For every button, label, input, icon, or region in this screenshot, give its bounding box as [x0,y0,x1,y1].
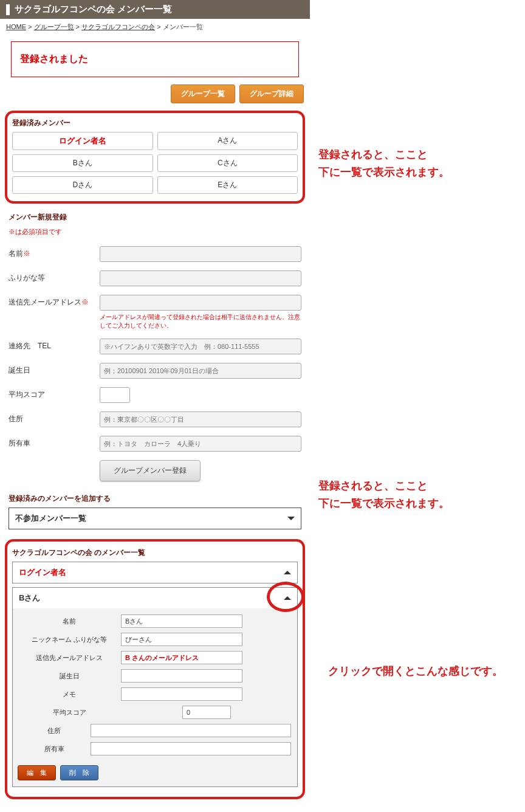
accordion-head-login[interactable]: ログイン者名 [13,562,297,583]
tel-label: 連絡先 TEL [9,339,100,351]
registered-members-panel: 登録済みメンバー ログイン者名 Aさん Bさん Cさん Dさん Eさん [5,111,305,204]
member-cell-login[interactable]: ログイン者名 [12,132,153,150]
car-label: 所有車 [9,436,100,449]
detail-address-input[interactable] [91,724,291,737]
required-note: ※は必須項目です [9,227,301,236]
group-list-button[interactable]: グループ一覧 [171,84,235,103]
kana-input[interactable] [100,270,301,286]
breadcrumb-groups[interactable]: グループ一覧 [34,23,74,30]
breadcrumb-group[interactable]: サクラゴルフコンペの会 [81,23,155,30]
detail-car-label: 所有車 [18,745,91,754]
breadcrumb-home[interactable]: HOME [6,23,26,30]
member-grid: ログイン者名 Aさん Bさん Cさん Dさん Eさん [12,132,298,194]
register-member-button[interactable]: グループメンバー登録 [100,460,201,481]
nonparticipant-dropdown[interactable]: 不参加メンバー一覧 [9,507,301,529]
member-cell[interactable]: Dさん [12,176,153,194]
tel-input[interactable] [100,339,301,354]
breadcrumb-current: メンバー一覧 [163,23,203,30]
car-input[interactable] [100,436,301,452]
member-list-title: サクラゴルフコンペの会 のメンバー一覧 [12,548,298,558]
breadcrumb: HOME > グループ一覧 > サクラゴルフコンペの会 > メンバー一覧 [0,19,310,35]
score-label: 平均スコア [9,387,100,400]
annotation-text-2: 登録されると、ここと 下に一覧で表示されます。 [318,477,450,512]
email-label: 送信先メールアドレス※ [9,295,100,308]
delete-button[interactable]: 削 除 [60,765,98,780]
registered-members-title: 登録済みメンバー [12,118,298,128]
dropdown-label: 不参加メンバー一覧 [15,513,86,524]
score-input[interactable] [100,387,130,403]
new-registration-title: メンバー新規登録 [9,212,301,222]
detail-email-input[interactable] [121,651,242,664]
chevron-up-icon [284,571,291,574]
page-header: サクラゴルフコンペの会 メンバー一覧 [0,0,310,19]
chevron-down-icon [287,517,295,520]
detail-nick-input[interactable] [121,633,242,646]
detail-name-input[interactable] [121,614,242,628]
edit-button[interactable]: 編 集 [18,765,56,780]
header-mark-icon [6,4,10,15]
chevron-up-icon [284,596,291,600]
detail-name-label: 名前 [18,617,121,626]
group-detail-button[interactable]: グループ詳細 [239,84,304,103]
member-list-panel: サクラゴルフコンペの会 のメンバー一覧 ログイン者名 Bさん 名前 ニックネーム… [5,539,305,799]
name-input[interactable] [100,246,301,262]
page-title: サクラゴルフコンペの会 メンバー一覧 [15,4,172,15]
detail-memo-label: メモ [18,690,121,699]
top-button-row: グループ一覧 グループ詳細 [0,84,310,111]
annotation-text-1: 登録されると、ここと 下に一覧で表示されます。 [318,146,450,181]
birthday-label: 誕生日 [9,363,100,376]
detail-memo-input[interactable] [121,687,242,701]
birthday-input[interactable] [100,363,301,379]
detail-birthday-label: 誕生日 [18,672,121,681]
add-existing-section: 登録済みのメンバーを追加する 不参加メンバー一覧 [0,494,310,539]
success-alert: 登録されました [11,41,299,77]
new-registration-section: メンバー新規登録 ※は必須項目です 名前※ ふりがな等 送信先メールアドレス※ … [0,212,310,490]
member-cell[interactable]: Bさん [12,154,153,172]
accordion-item-login: ログイン者名 [12,562,298,583]
email-note: メールアドレスが間違って登録された場合は相手に送信されません。注意してご入力して… [100,313,301,330]
detail-birthday-input[interactable] [121,669,242,683]
detail-car-input[interactable] [91,742,291,755]
member-detail-panel: 名前 ニックネーム ふりがな等 送信先メールアドレス 誕生日 メモ [13,608,297,786]
detail-email-label: 送信先メールアドレス [18,653,121,662]
detail-score-input[interactable] [182,706,231,719]
accordion-item-b: Bさん 名前 ニックネーム ふりがな等 送信先メールアドレス 誕生日 [12,587,298,787]
detail-score-label: 平均スコア [18,708,121,717]
add-existing-title: 登録済みのメンバーを追加する [9,494,301,504]
kana-label: ふりがな等 [9,270,100,283]
detail-address-label: 住所 [18,726,91,735]
annotation-text-3: クリックで開くとこんな感じです。 [328,662,503,680]
email-input[interactable] [100,295,301,311]
name-label: 名前※ [9,246,100,259]
accordion-head-b[interactable]: Bさん [13,588,297,608]
member-cell[interactable]: Eさん [157,176,298,194]
address-label: 住所 [9,411,100,424]
member-cell[interactable]: Cさん [157,154,298,172]
detail-nick-label: ニックネーム ふりがな等 [18,635,121,644]
address-input[interactable] [100,411,301,427]
member-cell[interactable]: Aさん [157,132,298,150]
